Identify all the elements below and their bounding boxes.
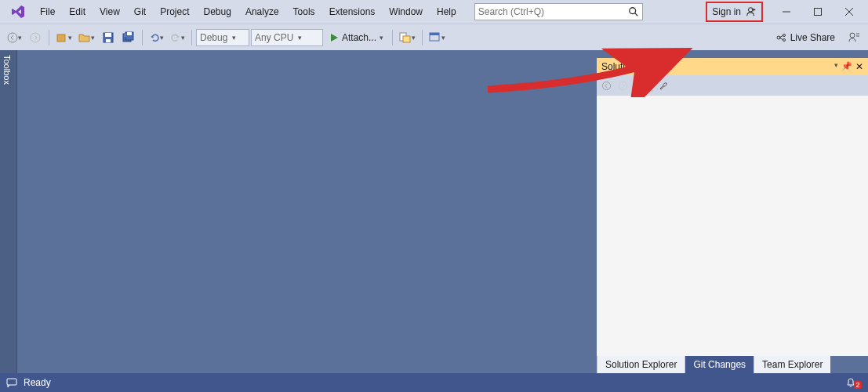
save-all-button[interactable] <box>119 28 138 47</box>
play-icon <box>329 33 339 42</box>
share-icon <box>775 32 786 43</box>
new-project-button[interactable]: ▾ <box>53 28 74 47</box>
separator <box>191 30 192 45</box>
separator <box>392 30 393 45</box>
menu-file[interactable]: File <box>33 3 62 20</box>
tab-solution-explorer[interactable]: Solution Explorer <box>597 356 685 373</box>
svg-point-7 <box>8 33 17 42</box>
menu-tools[interactable]: Tools <box>286 3 322 20</box>
solution-explorer-panel: Solution Explorer ▾ 📌 ✕ Solution Explore… <box>597 58 868 373</box>
window-layout-button[interactable]: ▾ <box>427 28 448 47</box>
platform-dropdown[interactable]: Any CPU▾ <box>251 29 323 46</box>
panel-close-icon[interactable]: ✕ <box>855 61 863 72</box>
svg-rect-9 <box>57 34 65 42</box>
svg-point-2 <box>749 8 753 12</box>
svg-point-0 <box>629 8 635 14</box>
separator <box>142 30 143 45</box>
content-area: Toolbox Solution Explorer ▾ 📌 ✕ Solution… <box>0 50 868 373</box>
tab-team-explorer[interactable]: Team Explorer <box>754 356 830 373</box>
svg-line-1 <box>634 13 637 16</box>
solution-explorer-title: Solution Explorer <box>601 61 673 72</box>
menu-window[interactable]: Window <box>382 3 430 20</box>
menu-view[interactable]: View <box>93 3 127 20</box>
nav-forward-icon[interactable] <box>618 81 628 91</box>
menu-project[interactable]: Project <box>153 3 196 20</box>
nav-back-icon[interactable] <box>601 81 612 91</box>
close-button[interactable] <box>833 0 865 24</box>
main-toolbar: ▾ ▾ ▾ ▾ ▾ Debug▾ Any CPU▾ Attach... ▾ ▾ … <box>0 24 868 50</box>
menu-edit[interactable]: Edit <box>62 3 93 20</box>
svg-point-24 <box>850 33 855 38</box>
menu-debug[interactable]: Debug <box>197 3 238 20</box>
live-share-button[interactable]: Live Share <box>768 32 843 43</box>
menu-help[interactable]: Help <box>430 3 463 20</box>
pin-icon[interactable]: 📌 <box>841 61 852 72</box>
start-button[interactable]: Attach... ▾ <box>325 28 388 47</box>
menu-bar: File Edit View Git Project Debug Analyze… <box>0 0 868 24</box>
svg-rect-20 <box>430 33 439 35</box>
platform-label: Any CPU <box>255 32 293 43</box>
nav-forward-button[interactable] <box>26 28 45 47</box>
toolbox-tab[interactable]: Toolbox <box>0 50 17 373</box>
open-file-button[interactable]: ▾ <box>76 28 97 47</box>
status-bar: Ready 2 <box>0 373 868 392</box>
redo-button[interactable]: ▾ <box>168 28 187 47</box>
svg-point-25 <box>602 82 610 89</box>
notification-count: 2 <box>854 381 862 389</box>
start-label: Attach... <box>342 32 376 43</box>
svg-rect-16 <box>127 32 132 35</box>
save-button[interactable] <box>99 28 118 47</box>
person-add-icon <box>746 6 757 17</box>
search-box[interactable] <box>474 3 643 20</box>
feedback-button[interactable] <box>844 28 863 47</box>
sign-in-button[interactable]: Sign in <box>706 2 763 22</box>
svg-rect-4 <box>815 9 822 16</box>
solution-explorer-body <box>597 96 868 356</box>
separator <box>49 30 49 45</box>
config-dropdown[interactable]: Debug▾ <box>196 29 249 46</box>
minimize-button[interactable] <box>771 0 802 24</box>
menu-analyze[interactable]: Analyze <box>238 3 286 20</box>
svg-point-8 <box>31 33 40 42</box>
sign-in-label: Sign in <box>712 6 741 17</box>
find-in-files-button[interactable]: ▾ <box>397 28 418 47</box>
editor-area <box>17 50 597 373</box>
panel-dropdown-icon[interactable]: ▾ <box>834 61 838 72</box>
status-ready-label: Ready <box>24 377 51 388</box>
live-share-label: Live Share <box>790 32 835 43</box>
solution-explorer-titlebar[interactable]: Solution Explorer ▾ 📌 ✕ <box>597 58 868 75</box>
search-input[interactable] <box>478 4 628 20</box>
svg-point-22 <box>783 34 785 36</box>
solution-explorer-toolbar <box>597 75 868 96</box>
separator <box>422 30 423 45</box>
home-icon[interactable] <box>634 80 645 91</box>
menu-extensions[interactable]: Extensions <box>322 3 383 20</box>
svg-point-23 <box>783 38 785 41</box>
notifications-button[interactable]: 2 <box>845 376 862 389</box>
maximize-button[interactable] <box>802 0 833 24</box>
svg-rect-27 <box>7 379 16 385</box>
config-label: Debug <box>200 32 227 43</box>
chat-icon[interactable] <box>6 377 17 388</box>
tab-git-changes[interactable]: Git Changes <box>685 356 754 373</box>
wrench-icon[interactable] <box>659 80 670 91</box>
search-icon <box>628 6 639 17</box>
undo-button[interactable]: ▾ <box>147 28 166 47</box>
svg-rect-18 <box>403 36 410 42</box>
svg-rect-12 <box>106 39 111 42</box>
menu-git[interactable]: Git <box>127 3 153 20</box>
nav-back-button[interactable]: ▾ <box>5 28 24 47</box>
svg-point-26 <box>619 82 626 89</box>
panel-tabs: Solution Explorer Git Changes Team Explo… <box>597 356 868 373</box>
vs-logo-icon <box>8 2 28 22</box>
svg-rect-11 <box>105 33 111 37</box>
